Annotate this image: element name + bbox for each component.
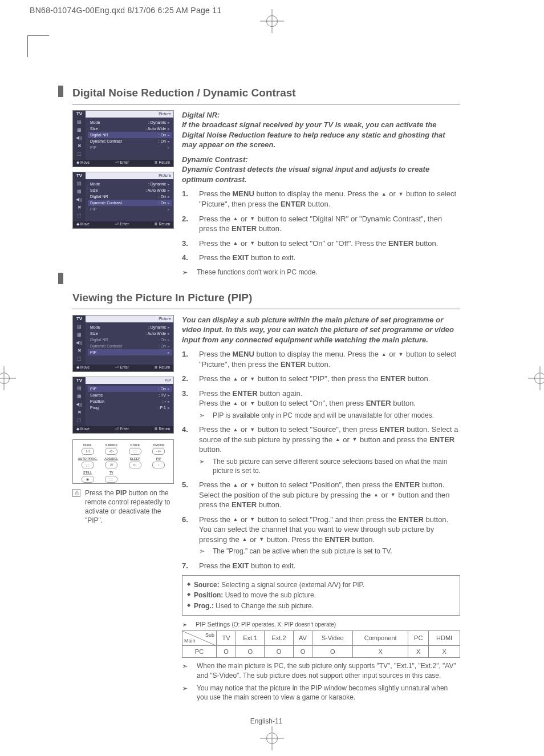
tv-menu-digital-nr: TV ▤ ▦ ◀)) ✖ ⬚ Picture Mode: Dynamic▸ Si… xyxy=(72,110,174,167)
reg-mark-bottom xyxy=(260,726,284,750)
pip-table-wrap: PIP Settings (O: PIP operates, X: PIP do… xyxy=(182,620,460,658)
s2-step1: Press the MENU button to display the men… xyxy=(182,349,460,369)
tv-label: TV xyxy=(73,111,86,119)
section2-title: Viewing the Picture In Picture (PIP) xyxy=(72,290,460,309)
remote-smode-button: -⟳- xyxy=(105,448,117,455)
intro-dynamic-contrast: Dynamic Contrast: Dynamic Contrast detec… xyxy=(182,155,460,185)
remote-still-button: ◉ xyxy=(82,476,94,483)
section1-right: Digital NR: If the broadcast signal rece… xyxy=(182,110,460,280)
pip-caption: PIP Settings (O: PIP operates, X: PIP do… xyxy=(182,620,460,629)
section1-note: These functions don't work in PC mode. xyxy=(182,268,460,277)
step2: Press the ▲ or ▼ button to select "Digit… xyxy=(182,214,460,234)
pip-diag-header: Main Sub xyxy=(182,630,217,645)
section2-intro: You can display a sub picture within the… xyxy=(182,315,460,345)
remote-pmode-button: -☀- xyxy=(152,448,165,455)
channel-icon: ◀)) xyxy=(73,135,86,143)
s2-step3-note: PIP is available only in PC mode and wil… xyxy=(199,411,460,420)
remote-note: ⎙ Press the PIP button on the remote con… xyxy=(72,488,174,525)
box-source: Source: Selecting a signal source (exter… xyxy=(187,580,455,589)
section2: Viewing the Picture In Picture (PIP) TV … xyxy=(72,290,460,705)
section1-columns: TV ▤ ▦ ◀)) ✖ ⬚ Picture Mode: Dynamic▸ Si… xyxy=(72,110,460,280)
input-icon: ⬚ xyxy=(73,151,86,159)
s2-step5: Press the ▲ or ▼ button to select "Posit… xyxy=(182,480,460,510)
remote-icon: ⎙ xyxy=(72,489,80,497)
step1: Press the MENU button to display the men… xyxy=(182,189,460,209)
box-position: Position: Used to move the sub picture. xyxy=(187,591,455,600)
step4: Press the EXIT button to exit. xyxy=(182,253,460,263)
reg-mark-top xyxy=(260,9,284,33)
remote-adddel-button: ☒ xyxy=(105,462,117,468)
intro-digital-nr: Digital NR: If the broadcast signal rece… xyxy=(182,110,460,150)
box-prog: Prog.: Used to Change the sub picture. xyxy=(187,601,455,611)
remote-dual-button: I·II xyxy=(82,448,94,455)
s2-step4-note: The sub picture can serve different sour… xyxy=(199,457,460,475)
remote-psize-button: ⬚ xyxy=(129,448,141,455)
s2-step6: Press the ▲ or ▼ button to select "Prog.… xyxy=(182,515,460,556)
page-number: English-11 xyxy=(72,717,460,726)
remote-tv-button: ⬚ xyxy=(105,476,117,483)
tv-titlebar: Picture xyxy=(86,111,173,118)
s2-step4: Press the ▲ or ▼ button to select "Sourc… xyxy=(182,425,460,475)
after-note-2: You may notice that the picture in the P… xyxy=(182,684,460,702)
foot-move: ◆ Move xyxy=(76,160,90,165)
content-area: Digital Noise Reduction / Dynamic Contra… xyxy=(72,86,460,726)
pip-row-label: PC xyxy=(182,645,217,658)
section1-left: TV ▤ ▦ ◀)) ✖ ⬚ Picture Mode: Dynamic▸ Si… xyxy=(72,110,174,280)
s2-step6-note: The "Prog." can be active when the sub p… xyxy=(199,547,460,556)
qxd-header: BN68-01074G-00Eng.qxd 8/17/06 6:25 AM Pa… xyxy=(30,5,222,16)
s2-step7: Press the EXIT button to exit. xyxy=(182,561,460,571)
reg-mark-right xyxy=(528,366,544,390)
pip-table: Main Sub TV Ext.1 Ext.2 AV S-Video Compo… xyxy=(182,630,460,658)
section2-right: You can display a sub picture within the… xyxy=(182,315,460,706)
section2-steps: Press the MENU button to display the men… xyxy=(182,349,460,571)
foot-return: Ⅲ Return xyxy=(155,160,170,165)
reg-mark-left xyxy=(0,366,16,390)
down-icon: ▼ xyxy=(397,191,404,197)
pip-options-box: Source: Selecting a signal source (exter… xyxy=(182,575,460,616)
section1-steps: Press the MENU button to display the men… xyxy=(182,189,460,262)
section1-title: Digital Noise Reduction / Dynamic Contra… xyxy=(72,86,460,104)
s2-step3: Press the ENTER button again. Press the … xyxy=(182,389,460,420)
after-note-1: When the main picture is PC, the sub pic… xyxy=(182,661,460,680)
foot-enter: ⏎ Enter xyxy=(115,160,129,165)
up-icon: ▲ xyxy=(381,191,387,197)
setup-icon: ✖ xyxy=(73,143,86,151)
after-notes: When the main picture is PC, the sub pic… xyxy=(182,661,460,702)
remote-autoprog-button: ⬚ xyxy=(82,462,94,468)
step3: Press the ▲ or ▼ button to select "On" o… xyxy=(182,238,460,249)
crop-mark xyxy=(27,35,49,57)
section-indicator xyxy=(58,86,63,97)
hdr-text: BN68-01074G-00Eng.qxd 8/17/06 6:25 AM Pa… xyxy=(30,6,222,15)
picture-icon: ▤ xyxy=(73,119,86,127)
s2-step2: Press the ▲ or ▼ button to select "PIP",… xyxy=(182,374,460,384)
section2-left: TV ▤▦◀))✖⬚ Picture Mode: Dynamic▸ Size: … xyxy=(72,315,174,706)
tv-menu-dynamic-contrast: TV ▤ ▦ ◀)) ✖ ⬚ Picture Mode: Dynamic▸ Si… xyxy=(72,172,174,229)
tv-menu-pip-settings: TV ▤▦◀))✖⬚ PIP PIP: On▸ Source: TV▸ Posi… xyxy=(72,377,174,434)
sound-icon: ▦ xyxy=(73,127,86,135)
section-indicator-2 xyxy=(58,273,63,284)
tv-menu-pip-picture: TV ▤▦◀))✖⬚ Picture Mode: Dynamic▸ Size: … xyxy=(72,315,174,372)
remote-pip-button: ▫ xyxy=(152,462,165,468)
remote-diagram: DUALI·II S.MODE-⟳- P.SIZE⬚ P.MODE-☀- AUT… xyxy=(72,439,174,484)
remote-sleep-button: ⏲ xyxy=(129,462,141,468)
